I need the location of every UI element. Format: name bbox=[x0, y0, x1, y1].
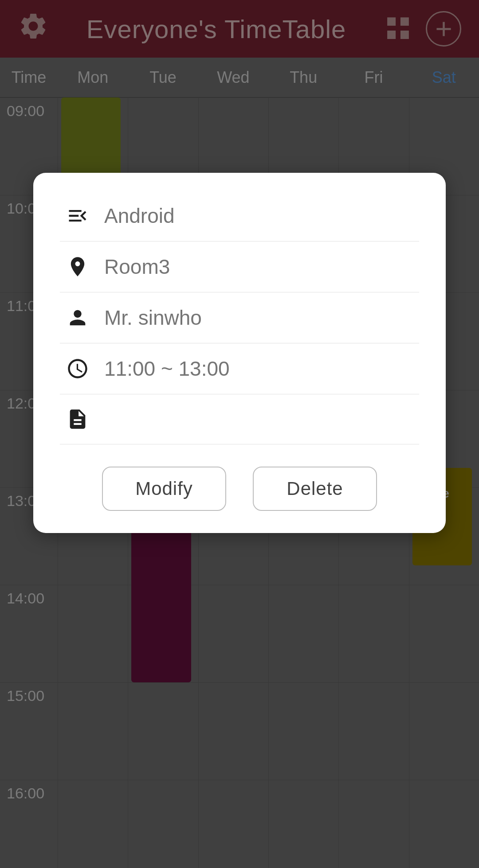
modal-notes-row bbox=[60, 394, 419, 444]
modal-time-row: 11:00 ~ 13:00 bbox=[60, 343, 419, 394]
delete-button[interactable]: Delete bbox=[253, 467, 377, 511]
location-icon bbox=[60, 255, 95, 278]
modal-location-row: Room3 bbox=[60, 241, 419, 292]
time-label: 11:00 ~ 13:00 bbox=[104, 357, 230, 381]
subject-icon bbox=[60, 204, 95, 227]
modal-subject-row: Android bbox=[60, 191, 419, 241]
modal-teacher-row: Mr. sinwho bbox=[60, 292, 419, 343]
modify-button[interactable]: Modify bbox=[102, 467, 226, 511]
modal-action-buttons: Modify Delete bbox=[60, 467, 419, 511]
location-label: Room3 bbox=[104, 255, 170, 279]
teacher-icon bbox=[60, 306, 95, 329]
notes-icon bbox=[60, 408, 95, 431]
subject-label: Android bbox=[104, 204, 175, 228]
event-detail-modal: Android Room3 Mr. sinwho 11:00 ~ 13:00 bbox=[33, 173, 446, 533]
clock-icon bbox=[60, 357, 95, 380]
teacher-label: Mr. sinwho bbox=[104, 306, 202, 330]
